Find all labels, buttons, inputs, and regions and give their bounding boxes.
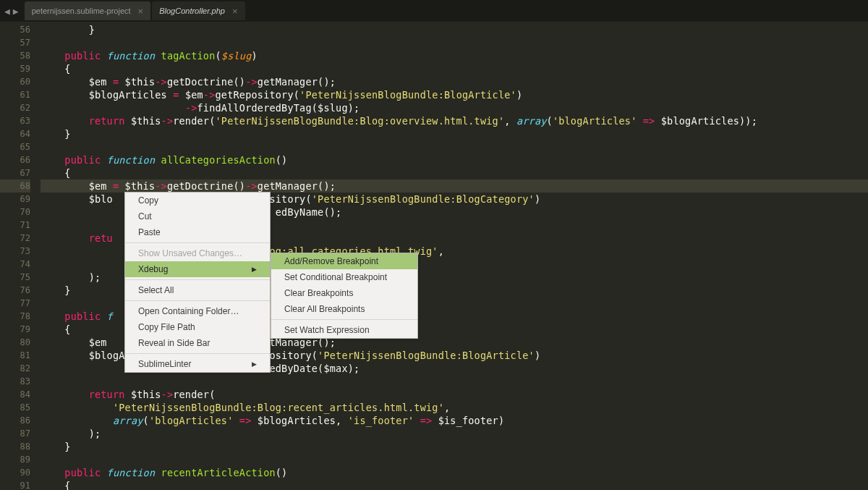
code-line[interactable]: $em = $this->getDoctrine()->getManager()… bbox=[41, 179, 868, 193]
code-line[interactable]: $em = $this->getDoctrine()->getManager()… bbox=[41, 75, 868, 88]
menu-clear-all-breakpoints[interactable]: Clear All Breakpoints bbox=[271, 301, 417, 317]
menu-open-folder[interactable]: Open Containing Folder… bbox=[125, 303, 270, 319]
code-line[interactable] bbox=[41, 375, 868, 388]
menu-copy-path[interactable]: Copy File Path bbox=[125, 319, 270, 335]
line-number[interactable]: 73 bbox=[0, 245, 30, 258]
line-number[interactable]: 85 bbox=[0, 401, 30, 414]
nav-arrows: ◀ ▶ bbox=[3, 6, 20, 17]
menu-separator bbox=[125, 300, 270, 301]
line-number[interactable]: 69 bbox=[0, 193, 30, 206]
code-line[interactable]: $blogArticles = $em->getRepository('Pete… bbox=[41, 88, 868, 101]
tab-bar: ◀ ▶ peternijssen.sublime-project × BlogC… bbox=[0, 0, 868, 22]
menu-set-watch-expression[interactable]: Set Watch Expression bbox=[271, 322, 417, 338]
menu-clear-breakpoints[interactable]: Clear Breakpoints bbox=[271, 285, 417, 301]
line-number[interactable]: 86 bbox=[0, 414, 30, 427]
tab-label: BlogController.php bbox=[159, 7, 225, 15]
menu-xdebug[interactable]: Xdebug ▶ bbox=[125, 261, 270, 277]
code-line[interactable]: } bbox=[41, 23, 868, 36]
code-line[interactable]: return $this->render('PeterNijssenBlogBu… bbox=[41, 114, 868, 127]
tab-blogcontroller[interactable]: BlogController.php × bbox=[152, 1, 244, 20]
gutter: 5657585960616263646566676869707172737475… bbox=[0, 22, 41, 490]
code-line[interactable]: public function tagAction($slug) bbox=[41, 49, 868, 62]
chevron-right-icon: ▶ bbox=[252, 266, 257, 273]
line-number[interactable]: 87 bbox=[0, 427, 30, 440]
menu-sublimelinter[interactable]: SublimeLinter ▶ bbox=[125, 356, 270, 372]
line-number[interactable]: 84 bbox=[0, 388, 30, 401]
line-number[interactable]: 82 bbox=[0, 362, 30, 375]
menu-separator bbox=[125, 353, 270, 354]
menu-unsaved-changes: Show Unsaved Changes… bbox=[125, 245, 270, 261]
line-number[interactable]: 71 bbox=[0, 219, 30, 232]
line-number[interactable]: 88 bbox=[0, 440, 30, 453]
line-number[interactable]: 62 bbox=[0, 101, 30, 114]
code-line[interactable]: public function allCategoriesAction() bbox=[41, 153, 868, 166]
line-number[interactable]: 76 bbox=[0, 284, 30, 297]
code-line[interactable]: { bbox=[41, 479, 868, 490]
code-line[interactable]: } bbox=[41, 440, 868, 453]
context-submenu-xdebug: Add/Remove Breakpoint Set Conditional Br… bbox=[271, 253, 418, 339]
line-number[interactable]: 90 bbox=[0, 466, 30, 479]
line-number[interactable]: 67 bbox=[0, 166, 30, 179]
code-line[interactable] bbox=[41, 140, 868, 153]
menu-separator bbox=[125, 242, 270, 243]
line-number[interactable]: 66 bbox=[0, 153, 30, 166]
line-number[interactable]: 78 bbox=[0, 310, 30, 323]
menu-copy[interactable]: Copy bbox=[125, 193, 270, 208]
menu-label: Xdebug bbox=[138, 264, 168, 274]
close-icon[interactable]: × bbox=[138, 6, 144, 17]
line-number[interactable]: 83 bbox=[0, 375, 30, 388]
line-number[interactable]: 79 bbox=[0, 323, 30, 336]
menu-add-remove-breakpoint[interactable]: Add/Remove Breakpoint bbox=[271, 253, 417, 269]
menu-reveal-sidebar[interactable]: Reveal in Side Bar bbox=[125, 335, 270, 351]
line-number[interactable]: 57 bbox=[0, 36, 30, 49]
line-number[interactable]: 89 bbox=[0, 453, 30, 466]
menu-paste[interactable]: Paste bbox=[125, 224, 270, 240]
code-line[interactable]: return $this->render( bbox=[41, 388, 868, 401]
line-number[interactable]: 61 bbox=[0, 88, 30, 101]
line-number[interactable]: 60 bbox=[0, 75, 30, 88]
menu-separator bbox=[125, 279, 270, 280]
line-number[interactable]: 59 bbox=[0, 62, 30, 75]
code-line[interactable]: { bbox=[41, 166, 868, 179]
line-number[interactable]: 65 bbox=[0, 140, 30, 153]
line-number[interactable]: 74 bbox=[0, 258, 30, 271]
line-number[interactable]: 63 bbox=[0, 114, 30, 127]
line-number[interactable]: 68 bbox=[0, 179, 30, 193]
code-line[interactable]: array('blogArticles' => $blogArticles, '… bbox=[41, 414, 868, 427]
code-line[interactable]: public function recentArticleAction() bbox=[41, 466, 868, 479]
code-line[interactable] bbox=[41, 453, 868, 466]
nav-forward-icon[interactable]: ▶ bbox=[12, 6, 20, 17]
line-number[interactable]: 77 bbox=[0, 297, 30, 310]
tab-project[interactable]: peternijssen.sublime-project × bbox=[25, 1, 151, 20]
line-number[interactable]: 91 bbox=[0, 479, 30, 490]
context-menu: Copy Cut Paste Show Unsaved Changes… Xde… bbox=[124, 192, 271, 373]
close-icon[interactable]: × bbox=[232, 6, 238, 17]
code-line[interactable]: ); bbox=[41, 427, 868, 440]
nav-back-icon[interactable]: ◀ bbox=[3, 6, 12, 17]
code-line[interactable] bbox=[41, 36, 868, 49]
menu-label: SublimeLinter bbox=[138, 359, 191, 369]
line-number[interactable]: 70 bbox=[0, 206, 30, 219]
tab-label: peternijssen.sublime-project bbox=[32, 7, 131, 15]
line-number[interactable]: 56 bbox=[0, 23, 30, 36]
code-line[interactable]: } bbox=[41, 127, 868, 140]
line-number[interactable]: 80 bbox=[0, 336, 30, 349]
menu-separator bbox=[271, 319, 417, 320]
chevron-right-icon: ▶ bbox=[252, 360, 257, 368]
menu-select-all[interactable]: Select All bbox=[125, 282, 270, 298]
line-number[interactable]: 81 bbox=[0, 349, 30, 362]
code-line[interactable]: 'PeterNijssenBlogBundle:Blog:recent_arti… bbox=[41, 401, 868, 414]
line-number[interactable]: 75 bbox=[0, 271, 30, 284]
line-number[interactable]: 58 bbox=[0, 49, 30, 62]
line-number[interactable]: 72 bbox=[0, 232, 30, 245]
code-line[interactable]: ->findAllOrderedByTag($slug); bbox=[41, 101, 868, 114]
menu-cut[interactable]: Cut bbox=[125, 208, 270, 224]
menu-set-conditional-breakpoint[interactable]: Set Conditional Breakpoint bbox=[271, 269, 417, 285]
code-line[interactable]: { bbox=[41, 62, 868, 75]
line-number[interactable]: 64 bbox=[0, 127, 30, 140]
